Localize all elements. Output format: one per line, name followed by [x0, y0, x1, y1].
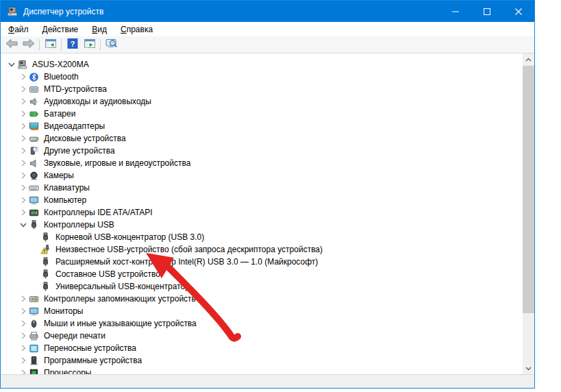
tree-row[interactable]: MTD-устройства — [1, 83, 523, 95]
chevron-collapsed-icon[interactable] — [18, 121, 29, 132]
tree-item-label[interactable]: Bluetooth — [42, 71, 80, 82]
chevron-expanded-icon[interactable] — [18, 219, 29, 230]
sound-device-icon — [29, 158, 39, 169]
forward-arrow-button[interactable] — [20, 37, 37, 52]
tree-row[interactable]: Составное USB устройство — [1, 268, 523, 280]
chevron-collapsed-icon[interactable] — [18, 318, 29, 329]
console-tree-button[interactable] — [42, 37, 59, 52]
tree-row[interactable]: Батареи — [1, 108, 523, 120]
tree-item-label[interactable]: Неизвестное USB-устройство (сбой запроса… — [54, 244, 324, 255]
tree-item-label[interactable]: Батареи — [42, 108, 77, 119]
tree-row[interactable]: Контроллеры запоминающих устройств — [1, 293, 523, 305]
chevron-expanded-icon[interactable] — [6, 59, 17, 70]
chevron-collapsed-icon[interactable] — [18, 367, 29, 374]
chevron-spacer — [29, 244, 40, 255]
usb-device-icon — [29, 220, 39, 230]
tree-item-label[interactable]: Корневой USB-концентратор (USB 3.0) — [54, 232, 205, 243]
chevron-collapsed-icon[interactable] — [18, 207, 29, 218]
tree-row[interactable]: Неизвестное USB-устройство (сбой запроса… — [1, 243, 523, 256]
tree-row[interactable]: Процессоры — [1, 367, 523, 374]
tree-row[interactable]: Звуковые, игровые и видеоустройства — [1, 157, 523, 169]
svg-text:?: ? — [70, 39, 75, 47]
tree-item-label[interactable]: Программные устройства — [42, 355, 143, 366]
tree-item-label[interactable]: Другие устройства — [42, 145, 116, 156]
help-button[interactable]: ? — [64, 37, 81, 52]
titlebar[interactable]: Диспетчер устройств — [1, 1, 534, 22]
maximize-button[interactable] — [471, 1, 503, 22]
chevron-collapsed-icon[interactable] — [18, 133, 29, 144]
tree-row[interactable]: Расширяемый хост-контроллер Intel(R) USB… — [1, 256, 523, 268]
chevron-collapsed-icon[interactable] — [18, 293, 29, 304]
tree-item-label[interactable]: Компьютер — [42, 195, 88, 206]
tree-item-label[interactable]: Очереди печати — [42, 330, 107, 341]
tree-row[interactable]: Контроллеры USB — [1, 219, 523, 231]
tree-row[interactable]: Компьютер — [1, 194, 523, 206]
properties-window-button[interactable] — [81, 37, 98, 52]
chevron-spacer — [29, 281, 40, 292]
tree-item-label[interactable]: Мыши и иные указывающие устройства — [42, 318, 198, 329]
menu-item-action[interactable]: Действие — [36, 23, 86, 36]
scroll-down-button[interactable] — [523, 363, 534, 374]
scrollbar-thumb[interactable] — [523, 66, 534, 313]
tree-item-label[interactable]: Контроллеры IDE ATA/ATAPI — [42, 207, 154, 218]
tree-row[interactable]: Аудиовходы и аудиовыходы — [1, 95, 523, 108]
menu-item-view[interactable]: Вид — [85, 23, 114, 36]
tree-item-label[interactable]: ASUS-X200MA — [31, 59, 90, 70]
tree-row[interactable]: Клавиатуры — [1, 182, 523, 194]
tree-row[interactable]: Очереди печати — [1, 330, 523, 342]
chevron-collapsed-icon[interactable] — [18, 96, 29, 107]
storage-controller-icon — [29, 294, 39, 304]
tree-item-label[interactable]: Камеры — [42, 170, 75, 181]
minimize-button[interactable] — [440, 1, 471, 22]
tree-item-label[interactable]: Контроллеры запоминающих устройств — [42, 293, 197, 304]
menu-item-help[interactable]: Справка — [114, 23, 160, 36]
tree-row[interactable]: Bluetooth — [1, 71, 523, 83]
back-arrow-button[interactable] — [3, 37, 20, 52]
chevron-collapsed-icon[interactable] — [18, 306, 29, 317]
tree-row[interactable]: Контроллеры IDE ATA/ATAPI — [1, 206, 523, 219]
tree-row[interactable]: Переносные устройства — [1, 342, 523, 354]
properties-window-icon — [83, 38, 97, 52]
vertical-scrollbar[interactable] — [523, 53, 534, 374]
chevron-collapsed-icon[interactable] — [18, 355, 29, 366]
tree-item-label[interactable]: Дисковые устройства — [42, 133, 127, 144]
tree-item-label[interactable]: Универсальный USB-концентратор — [54, 281, 191, 292]
tree-item-label[interactable]: Переносные устройства — [42, 343, 138, 354]
tree-item-label[interactable]: Контроллеры USB — [42, 219, 116, 230]
chevron-collapsed-icon[interactable] — [18, 195, 29, 206]
close-button[interactable] — [503, 1, 534, 22]
tree-item-label[interactable]: Клавиатуры — [42, 182, 91, 193]
tree-row[interactable]: ?Другие устройства — [1, 145, 523, 157]
tree-item-label[interactable]: Видеоадаптеры — [42, 121, 106, 132]
tree-item-label[interactable]: Аудиовходы и аудиовыходы — [42, 96, 153, 107]
chevron-collapsed-icon[interactable] — [18, 71, 29, 82]
toolbar-separator — [61, 39, 62, 51]
tree-row[interactable]: ASUS-X200MA — [1, 58, 523, 71]
tree-item-label[interactable]: Составное USB устройство — [54, 269, 162, 280]
chevron-collapsed-icon[interactable] — [18, 158, 29, 169]
tree-row[interactable]: Камеры — [1, 169, 523, 182]
chevron-collapsed-icon[interactable] — [18, 330, 29, 341]
chevron-collapsed-icon[interactable] — [18, 145, 29, 156]
scroll-up-button[interactable] — [523, 53, 534, 65]
tree-item-label[interactable]: Процессоры — [42, 367, 93, 374]
tree-row[interactable]: Программные устройства — [1, 354, 523, 367]
tree-item-label[interactable]: Мониторы — [42, 306, 84, 317]
tree-row[interactable]: Дисковые устройства — [1, 132, 523, 145]
chevron-collapsed-icon[interactable] — [18, 84, 29, 95]
scan-hardware-button[interactable] — [103, 37, 120, 52]
tree-row[interactable]: Универсальный USB-концентратор — [1, 280, 523, 293]
chevron-collapsed-icon[interactable] — [18, 182, 29, 193]
tree-item-label[interactable]: MTD-устройства — [42, 84, 108, 95]
chevron-collapsed-icon[interactable] — [18, 343, 29, 354]
tree-item-label[interactable]: Расширяемый хост-контроллер Intel(R) USB… — [54, 256, 319, 267]
tree-row[interactable]: Мыши и иные указывающие устройства — [1, 317, 523, 330]
tree-item-label[interactable]: Звуковые, игровые и видеоустройства — [42, 158, 192, 169]
chevron-collapsed-icon[interactable] — [18, 170, 29, 181]
chevron-collapsed-icon[interactable] — [18, 108, 29, 119]
tree-row[interactable]: Корневой USB-концентратор (USB 3.0) — [1, 231, 523, 243]
menu-item-file[interactable]: Файл — [1, 23, 36, 36]
usb-device-icon — [40, 282, 51, 292]
tree-row[interactable]: Видеоадаптеры — [1, 120, 523, 132]
tree-row[interactable]: Мониторы — [1, 305, 523, 317]
